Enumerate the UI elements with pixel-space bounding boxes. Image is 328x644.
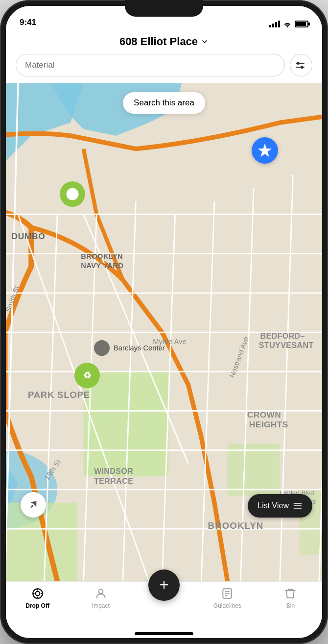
drop-off-icon bbox=[31, 587, 45, 600]
list-view-label: List View bbox=[258, 501, 289, 510]
svg-text:HEIGHTS: HEIGHTS bbox=[249, 420, 288, 429]
svg-text:BROOKLYN: BROOKLYN bbox=[208, 520, 264, 531]
svg-text:♻: ♻ bbox=[83, 371, 91, 380]
svg-point-53 bbox=[94, 340, 110, 356]
svg-point-61 bbox=[35, 592, 40, 596]
fab-icon: + bbox=[160, 577, 169, 593]
drop-off-label: Drop Off bbox=[25, 602, 49, 609]
guidelines-icon bbox=[220, 587, 234, 600]
status-time: 9:41 bbox=[20, 18, 36, 27]
svg-rect-8 bbox=[228, 444, 280, 496]
search-row bbox=[16, 54, 312, 76]
notch bbox=[125, 0, 203, 17]
location-name: 608 Elliot Place bbox=[119, 35, 198, 48]
list-icon bbox=[293, 501, 303, 511]
status-icons bbox=[269, 21, 308, 27]
recycle-marker-1[interactable]: ♻ bbox=[60, 181, 85, 207]
svg-text:♻: ♻ bbox=[70, 193, 75, 198]
material-search-wrap[interactable] bbox=[16, 54, 285, 76]
tab-impact[interactable]: Impact bbox=[69, 587, 132, 609]
location-title[interactable]: 608 Elliot Place bbox=[16, 35, 312, 48]
recycle-marker-2[interactable]: ♻ bbox=[74, 363, 100, 388]
svg-text:STUYVESANT: STUYVESANT bbox=[259, 341, 314, 349]
location-arrow-icon bbox=[27, 499, 39, 511]
tab-guidelines[interactable]: Guidelines bbox=[196, 587, 259, 609]
svg-text:NAVY YARD: NAVY YARD bbox=[81, 262, 123, 270]
tab-bin[interactable]: Bin bbox=[259, 587, 322, 609]
phone-screen: 9:41 608 Elliot Place bbox=[6, 6, 322, 638]
svg-text:BROOKLYN: BROOKLYN bbox=[81, 252, 123, 260]
filter-icon bbox=[295, 59, 307, 71]
my-location-button[interactable] bbox=[21, 492, 46, 518]
signal-icon bbox=[269, 21, 280, 27]
chevron-down-icon bbox=[201, 38, 209, 46]
bin-icon bbox=[283, 587, 297, 600]
svg-text:PARK SLOPE: PARK SLOPE bbox=[28, 390, 90, 400]
favorite-marker[interactable] bbox=[252, 137, 278, 164]
svg-text:Barclays Center: Barclays Center bbox=[114, 344, 165, 352]
fab-add-button[interactable]: + bbox=[148, 570, 180, 601]
map-container[interactable]: 278 278 DUMBO BROOKLYN NAVY YARD BEDFORD… bbox=[6, 83, 322, 581]
impact-label: Impact bbox=[92, 602, 110, 609]
home-indicator bbox=[135, 632, 193, 635]
list-view-button[interactable]: List View bbox=[248, 494, 312, 518]
svg-text:TERRACE: TERRACE bbox=[94, 476, 133, 485]
tab-drop-off[interactable]: Drop Off bbox=[6, 587, 69, 609]
filter-button[interactable] bbox=[290, 54, 312, 76]
svg-text:CROWN: CROWN bbox=[247, 410, 281, 420]
bin-label: Bin bbox=[286, 602, 295, 609]
material-search-input[interactable] bbox=[25, 60, 276, 70]
search-area-button[interactable]: Search this area bbox=[123, 92, 205, 114]
guidelines-label: Guidelines bbox=[213, 602, 241, 609]
svg-text:WINDSOR: WINDSOR bbox=[94, 467, 133, 475]
svg-point-66 bbox=[98, 589, 103, 594]
tab-bar: Drop Off Impact bbox=[6, 581, 322, 630]
svg-text:DUMBO: DUMBO bbox=[12, 231, 46, 241]
svg-text:BEDFORD–: BEDFORD– bbox=[260, 331, 305, 340]
app-header: 608 Elliot Place bbox=[6, 30, 322, 83]
battery-icon bbox=[295, 21, 308, 27]
wifi-icon bbox=[283, 21, 292, 27]
impact-icon bbox=[94, 587, 108, 600]
phone-frame: 9:41 608 Elliot Place bbox=[0, 0, 328, 644]
